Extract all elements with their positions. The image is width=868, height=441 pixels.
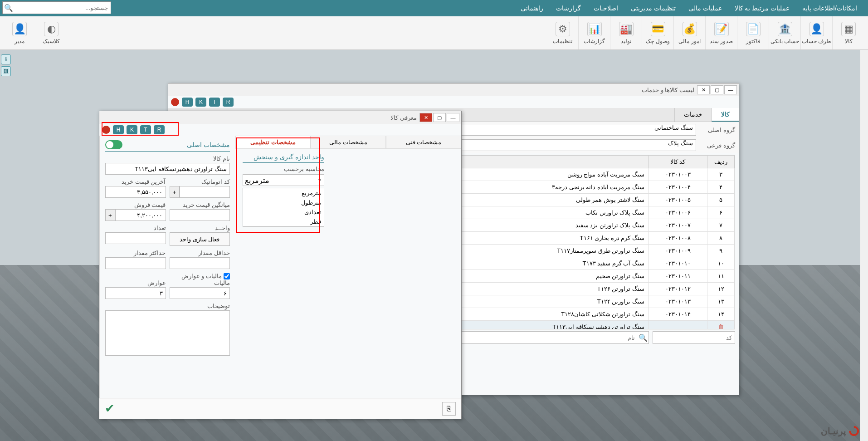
calc-by-label: محاسبه برحسب	[243, 166, 324, 172]
main-menubar: امکانات/اطلاعات پایه عملیات مرتبط به کال…	[0, 0, 868, 16]
qtag-t[interactable]: T	[209, 98, 220, 107]
col-row[interactable]: ردیف	[707, 156, 735, 168]
close-icon[interactable]: ✕	[697, 85, 710, 94]
menu-item[interactable]: عملیات مالی	[682, 5, 728, 12]
menu-item[interactable]: گزارشات	[550, 5, 587, 12]
unit-option[interactable]: مترمربع	[243, 188, 324, 198]
minimize-icon[interactable]: —	[447, 113, 459, 122]
sell-input[interactable]	[115, 209, 166, 221]
menu-item[interactable]: اصلاحـات	[587, 5, 624, 12]
activate-unit-button[interactable]: فعال سازی واحد	[170, 232, 230, 246]
lastbuy-input[interactable]	[105, 186, 166, 198]
goods-form-window: ✕ ▢ — معرفی کالا H K T R مشخصات اصلی نام…	[99, 111, 462, 419]
toll-input[interactable]	[105, 287, 166, 299]
minimize-icon[interactable]: —	[724, 85, 737, 94]
spec-tabs: مشخصات فنی مشخصات مالی مشخصات تنظیمی	[235, 136, 461, 149]
chevron-down-icon: ▼	[317, 178, 322, 183]
qtag-r[interactable]: R	[223, 98, 234, 107]
qtag-k[interactable]: K	[127, 125, 137, 134]
scrollbar-vertical[interactable]	[860, 50, 868, 441]
tab-goods[interactable]: کالا	[712, 108, 739, 122]
side-pin-bar: ℹ 🖼	[1, 54, 11, 76]
unit-option[interactable]: تعدادی	[243, 207, 324, 217]
record-icon[interactable]	[102, 126, 110, 134]
record-icon[interactable]	[171, 98, 179, 106]
tab-settings[interactable]: مشخصات تنظیمی	[235, 136, 311, 149]
autocode-plus-button[interactable]: +	[170, 186, 180, 198]
tax-input[interactable]	[170, 287, 230, 299]
min-input[interactable]	[170, 257, 230, 269]
tool-finance[interactable]: 💰امور مالی	[674, 16, 706, 49]
window-titlebar[interactable]: ✕ ▢ — معرفی کالا	[99, 111, 461, 124]
tool-party[interactable]: 👤طرف حساب	[801, 16, 833, 49]
close-icon[interactable]: ✕	[419, 113, 432, 122]
toolbar: ▦کالا 👤طرف حساب 🏦حساب بانکی 📄فاکتور 📝صدو…	[0, 16, 868, 50]
admin-icon: 👤	[12, 22, 27, 36]
tool-voucher[interactable]: 📝صدور سند	[706, 16, 737, 49]
doc-icon: 📝	[714, 22, 729, 36]
desc-label: توضیحات	[105, 303, 230, 309]
theme-icon: ◐	[44, 22, 59, 36]
search-input[interactable]	[15, 5, 111, 11]
autocode-input[interactable]	[180, 186, 230, 198]
window-titlebar[interactable]: ✕ ▢ — لیست کالاها و خدمات	[168, 83, 739, 96]
col-code[interactable]: کد کالا	[649, 156, 707, 168]
factory-icon: 🏭	[619, 22, 634, 36]
tool-classic[interactable]: ◐کلاسیک	[35, 16, 67, 50]
menu-item[interactable]: راهنمائی	[514, 5, 550, 12]
maximize-icon[interactable]: ▢	[711, 85, 723, 94]
form-footer: ⎘ ✔	[99, 398, 461, 419]
active-toggle[interactable]	[105, 140, 122, 149]
tool-kala[interactable]: ▦کالا	[833, 16, 864, 49]
qtag-h[interactable]: H	[182, 98, 193, 107]
exit-button[interactable]: ⎘	[442, 402, 456, 416]
box-icon: ▦	[841, 22, 856, 36]
name-input[interactable]	[105, 163, 230, 175]
chart-icon: 📊	[587, 22, 602, 36]
grid-search-code[interactable]	[653, 334, 735, 341]
tab-services[interactable]: خدمات	[674, 108, 712, 122]
count-input[interactable]	[105, 232, 166, 244]
toll-label: عوارض	[105, 279, 166, 286]
qtag-t[interactable]: T	[140, 125, 151, 134]
tool-reports[interactable]: 📊گزارشات	[579, 16, 610, 49]
unit-select[interactable]: ▼ مترمربع	[243, 174, 324, 186]
main-section-title: مشخصات اصلی	[105, 138, 230, 152]
tab-financial[interactable]: مشخصات مالی	[311, 136, 386, 149]
gear-icon: ⚙	[556, 22, 570, 36]
max-label: حداکثر مقدار	[105, 250, 166, 256]
quick-bar: H K T R	[168, 96, 739, 108]
maximize-icon[interactable]: ▢	[433, 113, 446, 122]
bank-icon: 🏦	[778, 22, 792, 36]
menu-item[interactable]: عملیات مرتبط به کالا	[728, 5, 796, 12]
tool-cheque[interactable]: 💳وصول چک	[642, 16, 674, 49]
count-label: تعداد	[105, 225, 166, 231]
tool-bank[interactable]: 🏦حساب بانکی	[769, 16, 801, 49]
qtag-r[interactable]: R	[154, 125, 165, 134]
confirm-button[interactable]: ✔	[105, 402, 115, 416]
unit-option[interactable]: قطر	[243, 217, 324, 226]
avgbuy-input[interactable]	[170, 209, 230, 221]
tax-checkbox[interactable]: مالیات و عوارض	[105, 273, 230, 279]
unit-option[interactable]: مترطول	[243, 198, 324, 207]
desc-textarea[interactable]	[105, 310, 230, 356]
money-icon: 💰	[683, 22, 697, 36]
quick-bar: H K T R	[99, 124, 461, 136]
image-pin-icon[interactable]: 🖼	[1, 66, 11, 76]
tool-invoice[interactable]: 📄فاکتور	[737, 16, 769, 49]
tab-technical[interactable]: مشخصات فنی	[386, 136, 461, 149]
global-search[interactable]: 🔍	[2, 1, 111, 14]
menu-item[interactable]: تنظیمات مدیریتی	[624, 5, 682, 12]
tool-admin[interactable]: 👤مدیر	[4, 16, 35, 50]
menu-item[interactable]: امکانات/اطلاعات پایه	[796, 5, 863, 12]
qtag-k[interactable]: K	[195, 98, 206, 107]
unit-label: واحــد	[170, 225, 230, 231]
tool-produce[interactable]: 🏭تولید	[610, 16, 642, 49]
min-label: حداقل مقدار	[170, 250, 230, 256]
info-pin-icon[interactable]: ℹ	[1, 54, 11, 64]
lastbuy-label: آخرین قیمت خرید	[105, 178, 166, 185]
qtag-h[interactable]: H	[113, 125, 124, 134]
tool-settings[interactable]: ⚙تنظیمات	[547, 16, 579, 49]
sell-plus-button[interactable]: +	[105, 209, 115, 221]
max-input[interactable]	[105, 257, 166, 269]
